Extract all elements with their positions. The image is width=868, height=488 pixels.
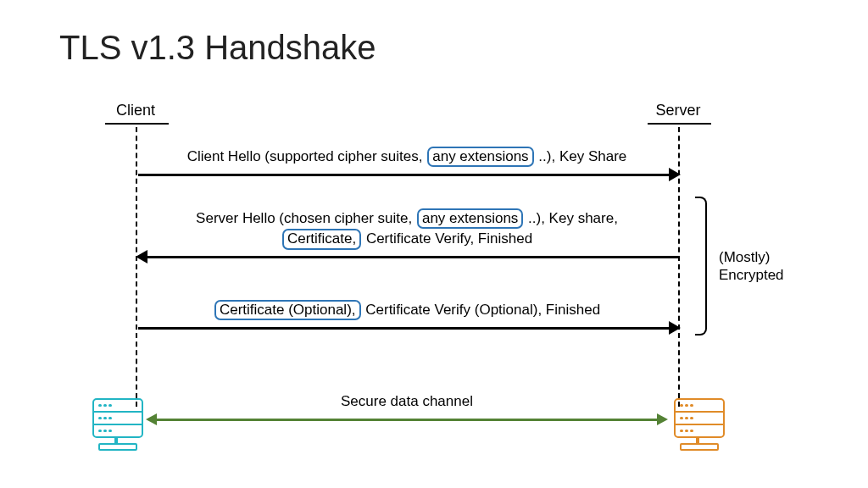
msg1-arrowhead [669,168,681,181]
encryption-annotation: (Mostly) Encrypted [719,248,784,285]
secure-channel-text: Secure data channel [136,393,678,410]
client-underline [105,123,169,125]
msg1-arrow [138,174,670,176]
msg2-arrowhead [136,250,147,263]
msg2-arrow [147,256,678,258]
secure-arrowhead-left [146,413,157,425]
msg3-arrowhead [669,321,681,335]
boxed-extensions-1: any extensions [427,147,533,167]
client-label: Client [110,102,161,119]
msg1-text: Client Hello (supported cipher suites, a… [136,147,678,167]
secure-arrowhead-right [657,413,668,425]
server-label: Server [653,102,704,119]
msg2-text: Server Hello (chosen cipher suite, any e… [136,208,678,250]
encryption-brace [695,197,707,336]
page-title: TLS v1.3 Handshake [59,29,376,67]
msg3-arrow [138,327,670,330]
server-server-icon [674,398,725,438]
secure-arrow [157,419,657,421]
msg3-text: Certificate (Optional), Certificate Veri… [136,300,678,320]
client-server-icon [92,398,143,438]
boxed-certificate-1: Certificate, [282,229,361,249]
server-underline [648,123,711,125]
client-lifeline [136,127,137,407]
boxed-extensions-2: any extensions [417,208,523,229]
boxed-certificate-optional: Certificate (Optional), [214,300,361,320]
